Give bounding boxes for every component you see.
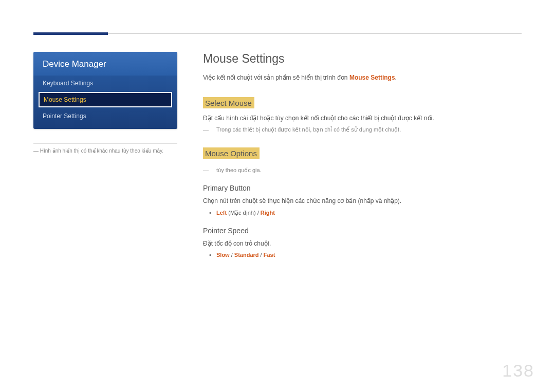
intro-highlight: Mouse Settings	[349, 74, 395, 81]
device-manager-panel: Device Manager Keyboard Settings Mouse S…	[33, 52, 177, 129]
main-content: Mouse Settings Việc kết nối chuột với sả…	[203, 52, 522, 258]
opt-slow: Slow	[216, 252, 230, 258]
page-number: 138	[502, 361, 534, 381]
top-rule	[33, 33, 522, 34]
pointer-speed-options: Slow / Standard / Fast	[203, 252, 522, 258]
menu-item-mouse-settings[interactable]: Mouse Settings	[39, 92, 172, 107]
menu-item-pointer-settings[interactable]: Pointer Settings	[33, 108, 177, 124]
section-heading-select-mouse: Select Mouse	[203, 97, 254, 108]
mouse-options-note: tùy theo quốc gia.	[203, 167, 522, 174]
sep1: /	[230, 252, 234, 258]
sidebar-note-prefix: ―	[33, 148, 40, 154]
opt-right: Right	[261, 210, 275, 216]
opt-fast: Fast	[264, 252, 275, 258]
sep2: /	[259, 252, 264, 258]
menu-item-keyboard-settings[interactable]: Keyboard Settings	[33, 76, 177, 91]
select-mouse-text: Đặt cấu hình cài đặt hoặc tùy chọn kết n…	[203, 114, 522, 123]
intro-post: .	[395, 74, 397, 81]
sidebar-divider	[33, 143, 177, 144]
columns: Device Manager Keyboard Settings Mouse S…	[33, 52, 522, 258]
section-heading-mouse-options: Mouse Options	[203, 147, 260, 159]
sidebar-note-text: Hình ảnh hiển thị có thể khác nhau tùy t…	[40, 148, 163, 154]
intro-text: Việc kết nối chuột với sản phẩm sẽ hiển …	[203, 73, 522, 83]
pointer-speed-text: Đặt tốc độ con trỏ chuột.	[203, 239, 522, 249]
primary-button-options: Left (Mặc định) / Right	[203, 210, 522, 216]
opt-standard: Standard	[234, 252, 259, 258]
page-container: Device Manager Keyboard Settings Mouse S…	[0, 0, 555, 258]
opt-left: Left	[216, 210, 227, 216]
pointer-speed-heading: Pointer Speed	[203, 227, 522, 235]
opt-paren: (Mặc định) /	[227, 210, 261, 216]
sidebar-note: ― Hình ảnh hiển thị có thể khác nhau tùy…	[33, 148, 177, 154]
panel-title: Device Manager	[33, 52, 177, 76]
primary-button-heading: Primary Button	[203, 184, 522, 192]
top-rule-accent	[33, 32, 108, 35]
primary-button-text: Chọn nút trên chuột sẽ thực hiện các chứ…	[203, 196, 522, 206]
main-title: Mouse Settings	[203, 52, 522, 66]
intro-pre: Việc kết nối chuột với sản phẩm sẽ hiển …	[203, 74, 349, 81]
select-mouse-note: Trong các thiết bị chuột được kết nối, b…	[203, 126, 522, 133]
sidebar: Device Manager Keyboard Settings Mouse S…	[33, 52, 177, 258]
